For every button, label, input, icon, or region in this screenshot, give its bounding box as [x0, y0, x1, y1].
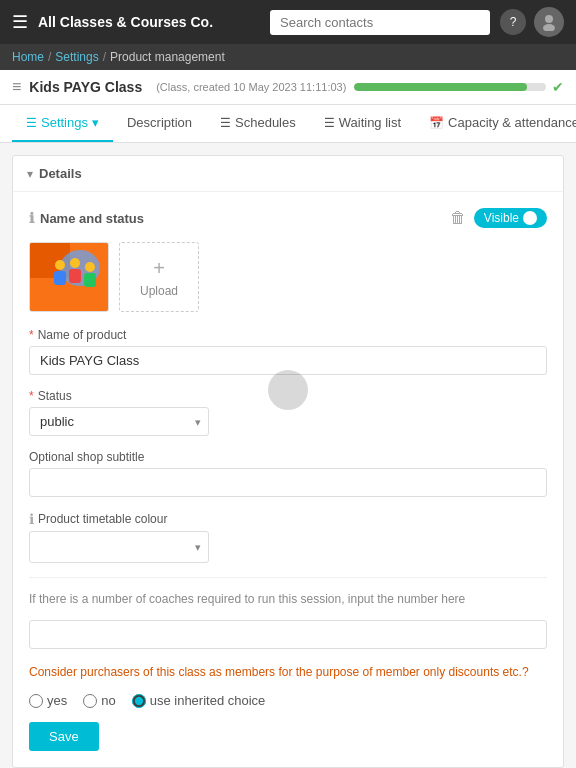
colour-info-icon: ℹ	[29, 511, 34, 527]
colour-select-wrapper: ▾	[29, 531, 209, 563]
status-required-star: *	[29, 389, 34, 403]
tab-settings-label: Settings	[41, 115, 88, 130]
tab-description-label: Description	[127, 115, 192, 130]
name-status-title: Name and status	[40, 211, 144, 226]
colour-label: ℹ Product timetable colour	[29, 511, 547, 527]
tab-description[interactable]: Description	[113, 105, 206, 142]
form-section-actions: 🗑 Visible	[450, 208, 547, 228]
page-title: Kids PAYG Class	[29, 79, 142, 95]
subtitle-label-text: Optional shop subtitle	[29, 450, 144, 464]
capacity-tab-icon: 📅	[429, 116, 444, 130]
status-label-text: Status	[38, 389, 72, 403]
progress-bar-fill	[354, 83, 526, 91]
schedules-tab-icon: ☰	[220, 116, 231, 130]
radio-inherited-input[interactable]	[132, 694, 146, 708]
help-button[interactable]: ?	[500, 9, 526, 35]
tab-waiting-list[interactable]: ☰ Waiting list	[310, 105, 415, 142]
radio-yes-label: yes	[47, 693, 67, 708]
info-icon: ℹ	[29, 210, 34, 226]
tab-waiting-label: Waiting list	[339, 115, 401, 130]
form-section-header: ℹ Name and status 🗑 Visible	[29, 208, 547, 228]
radio-no-input[interactable]	[83, 694, 97, 708]
sidebar-toggle[interactable]: ≡	[12, 78, 21, 96]
breadcrumb-sep-2: /	[103, 50, 106, 64]
toggle-dot	[523, 211, 537, 225]
progress-check-icon: ✔	[552, 79, 564, 95]
tab-capacity-label: Capacity & attendance	[448, 115, 576, 130]
progress-bar	[354, 83, 546, 91]
radio-no-label: no	[101, 693, 115, 708]
breadcrumb-sep-1: /	[48, 50, 51, 64]
search-input[interactable]	[270, 10, 490, 35]
coaches-info-text: If there is a number of coaches required…	[29, 590, 547, 608]
progress-bar-container: ✔	[354, 79, 564, 95]
svg-point-7	[70, 258, 80, 268]
status-select[interactable]: public private draft	[29, 407, 209, 436]
upload-plus-icon: +	[153, 257, 165, 280]
visible-toggle[interactable]: Visible	[474, 208, 547, 228]
tab-settings[interactable]: ☰ Settings ▾	[12, 105, 113, 142]
colour-select[interactable]	[29, 531, 209, 563]
breadcrumb: Home / Settings / Product management	[0, 44, 576, 70]
svg-point-9	[85, 262, 95, 272]
subtitle-input[interactable]	[29, 468, 547, 497]
page-title-meta: (Class, created 10 May 2023 11:11:03)	[156, 81, 346, 93]
header: ☰ All Classes & Courses Co. ?	[0, 0, 576, 44]
radio-yes[interactable]: yes	[29, 693, 67, 708]
svg-rect-8	[69, 269, 81, 283]
coaches-input[interactable]	[29, 620, 547, 649]
save-button[interactable]: Save	[29, 722, 99, 751]
svg-point-0	[545, 15, 553, 23]
collapse-icon: ▾	[27, 167, 33, 181]
waiting-tab-icon: ☰	[324, 116, 335, 130]
svg-point-1	[543, 24, 555, 31]
name-input[interactable]	[29, 346, 547, 375]
status-select-wrapper: public private draft ▾	[29, 407, 209, 436]
image-upload-row: + Upload	[29, 242, 547, 312]
breadcrumb-settings[interactable]: Settings	[55, 50, 98, 64]
upload-button[interactable]: + Upload	[119, 242, 199, 312]
menu-icon[interactable]: ☰	[12, 11, 28, 33]
name-label: * Name of product	[29, 328, 547, 342]
logo: All Classes & Courses Co.	[38, 14, 260, 30]
svg-rect-6	[54, 271, 66, 285]
form-body: ℹ Name and status 🗑 Visible	[13, 192, 563, 767]
section-title: Details	[39, 166, 82, 181]
header-icons: ?	[500, 7, 564, 37]
tab-settings-arrow: ▾	[92, 115, 99, 130]
svg-point-5	[55, 260, 65, 270]
tab-schedules[interactable]: ☰ Schedules	[206, 105, 310, 142]
section-header[interactable]: ▾ Details	[13, 156, 563, 192]
status-field-group: * Status public private draft ▾	[29, 389, 547, 436]
radio-group: yes no use inherited choice	[29, 693, 547, 708]
breadcrumb-home[interactable]: Home	[12, 50, 44, 64]
members-info-text: Consider purchasers of this class as mem…	[29, 663, 547, 681]
delete-icon[interactable]: 🗑	[450, 209, 466, 227]
colour-label-text: Product timetable colour	[38, 512, 167, 526]
radio-inherited-label: use inherited choice	[150, 693, 266, 708]
breadcrumb-current: Product management	[110, 50, 225, 64]
sub-header: ≡ Kids PAYG Class (Class, created 10 May…	[0, 70, 576, 105]
tab-capacity[interactable]: 📅 Capacity & attendance	[415, 105, 576, 142]
radio-no[interactable]: no	[83, 693, 115, 708]
tabs-bar: ☰ Settings ▾ Description ☰ Schedules ☰ W…	[0, 105, 576, 143]
name-required-star: *	[29, 328, 34, 342]
subtitle-label: Optional shop subtitle	[29, 450, 547, 464]
name-field-group: * Name of product	[29, 328, 547, 375]
radio-inherited[interactable]: use inherited choice	[132, 693, 266, 708]
coaches-field-group: If there is a number of coaches required…	[29, 590, 547, 649]
members-field-group: Consider purchasers of this class as mem…	[29, 663, 547, 708]
radio-yes-input[interactable]	[29, 694, 43, 708]
upload-label: Upload	[140, 284, 178, 298]
image-preview	[29, 242, 109, 312]
status-label: * Status	[29, 389, 547, 403]
subtitle-field-group: Optional shop subtitle	[29, 450, 547, 497]
visible-label: Visible	[484, 211, 519, 225]
name-label-text: Name of product	[38, 328, 127, 342]
avatar[interactable]	[534, 7, 564, 37]
divider-1	[29, 577, 547, 578]
image-preview-inner	[30, 243, 108, 311]
tab-schedules-label: Schedules	[235, 115, 296, 130]
settings-tab-icon: ☰	[26, 116, 37, 130]
details-section: ▾ Details ℹ Name and status 🗑 Visible	[12, 155, 564, 768]
